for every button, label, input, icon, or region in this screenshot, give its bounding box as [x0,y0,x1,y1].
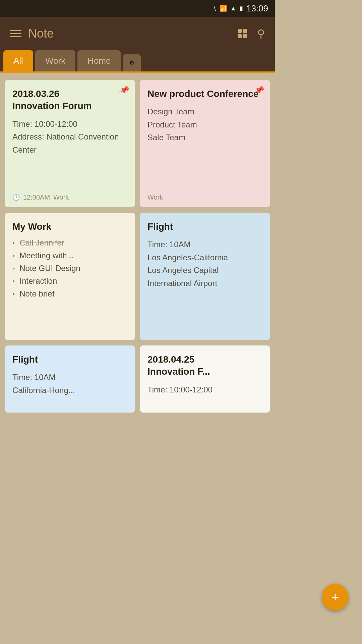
card-my-work[interactable]: My Work Call Jennifer Meetting with... N… [5,213,135,340]
app-header: Note ⚲ [0,17,275,50]
card-body: Time: 10:00-12:00 [147,383,262,396]
work-list: Call Jennifer Meetting with... Note GUI … [12,238,127,299]
settings-icon: ⚙ [129,60,134,66]
status-time: 13:09 [246,3,268,14]
grid-sq4 [243,34,247,38]
cards-grid: 📌 2018.03.26Innovation Forum Time: 10:00… [0,73,275,419]
list-item-text: Note GUI Design [19,264,80,273]
card-category: Work [53,194,69,201]
list-item: Note GUI Design [12,264,127,273]
list-item-text: Meetting with... [19,251,73,260]
hamburger-line-2 [10,33,21,34]
grid-view-button[interactable] [238,29,247,38]
card-body: Time: 10:00-12:00 Address: National Conv… [12,118,127,156]
card-title: 2018.04.25Innovation F... [147,354,262,378]
card-title: Flight [12,354,127,366]
hamburger-line-1 [10,30,21,31]
wifi-icon: 📶 [220,5,227,12]
card-flight-2[interactable]: Flight Time: 10AM California-Hong... [5,345,135,413]
list-item: Call Jennifer [12,238,127,248]
list-item-text: Call Jennifer [19,238,64,248]
list-item: Interaction [12,276,127,286]
grid-sq1 [238,29,242,33]
grid-sq3 [238,34,242,38]
card-footer: Work [147,194,163,201]
card-title: My Work [12,221,127,233]
hamburger-line-3 [10,36,21,37]
tabs-container: All Work Home ⚙ [0,50,275,71]
list-item: Note brief [12,289,127,299]
card-innovation-2[interactable]: 2018.04.25Innovation F... Time: 10:00-12… [140,345,270,413]
card-category: Work [147,194,163,201]
tab-all[interactable]: All [3,50,33,71]
card-product-conference[interactable]: 📌 New product Conference Design Team Pro… [140,80,270,207]
list-item-text: Interaction [19,276,57,286]
tab-settings[interactable]: ⚙ [123,54,141,71]
header-left: Note [10,26,54,41]
header-right: ⚲ [238,27,265,40]
signal-icon: ▲ [230,5,236,12]
card-flight[interactable]: Flight Time: 10AM Los Angeles-California… [140,213,270,340]
menu-button[interactable] [10,30,21,37]
list-item-text: Note brief [19,289,54,299]
card-body: Design Team Product Team Sale Team [147,105,262,144]
card-title: Flight [147,221,262,233]
card-time: 12:00AM [23,194,50,201]
grid-sq2 [243,29,247,33]
tab-home[interactable]: Home [77,50,121,71]
card-body: Time: 10AM Los Angeles-California Los An… [147,238,262,290]
tab-work[interactable]: Work [35,50,75,71]
bluetooth-icon: ∖ [213,5,216,12]
app-title: Note [28,26,54,41]
status-icons: ∖ 📶 ▲ ▮ 13:09 [213,3,268,14]
card-footer: 🕐 12:00AM Work [12,194,69,201]
battery-icon: ▮ [240,5,243,12]
card-body: Time: 10AM California-Hong... [12,371,127,397]
card-title: New product Conference [147,88,262,100]
status-bar: ∖ 📶 ▲ ▮ 13:09 [0,0,275,17]
search-button[interactable]: ⚲ [257,27,265,40]
card-title: 2018.03.26Innovation Forum [12,88,127,112]
clock-icon: 🕐 [12,194,20,201]
list-item: Meetting with... [12,251,127,260]
card-innovation-forum[interactable]: 📌 2018.03.26Innovation Forum Time: 10:00… [5,80,135,207]
